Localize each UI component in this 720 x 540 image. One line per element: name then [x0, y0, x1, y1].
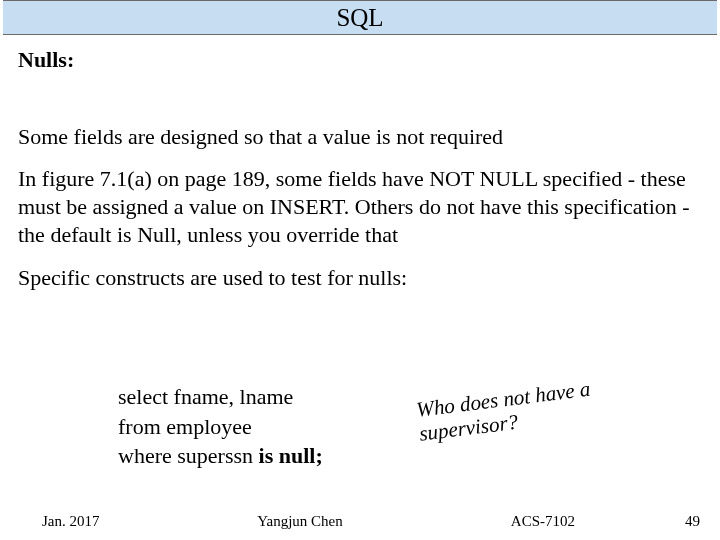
code-line-3: where superssn is null;	[118, 441, 418, 471]
paragraph-2: In figure 7.1(a) on page 189, some field…	[18, 165, 702, 249]
handwritten-annotation: Who does not have a supervisor?	[415, 377, 595, 446]
footer-right-group: ACS-7102 49	[511, 513, 700, 530]
paragraph-1: Some fields are designed so that a value…	[18, 123, 702, 151]
footer-course: ACS-7102	[511, 513, 575, 530]
section-heading: Nulls:	[0, 35, 720, 73]
footer-page-number: 49	[685, 513, 700, 530]
slide: SQL Nulls: Some fields are designed so t…	[0, 0, 720, 540]
sql-code-block: select fname, lname from employee where …	[118, 382, 418, 471]
title-bar: SQL	[3, 0, 717, 35]
body-text: Some fields are designed so that a value…	[0, 123, 720, 292]
footer: Jan. 2017 Yangjun Chen ACS-7102 49	[0, 513, 720, 530]
code-line-3-prefix: where superssn	[118, 443, 259, 468]
code-line-3-keyword: is null;	[259, 443, 323, 468]
code-line-2: from employee	[118, 412, 418, 442]
paragraph-3: Specific constructs are used to test for…	[18, 264, 702, 292]
footer-author: Yangjun Chen	[257, 513, 343, 530]
code-line-1: select fname, lname	[118, 382, 418, 412]
slide-title: SQL	[336, 4, 383, 31]
